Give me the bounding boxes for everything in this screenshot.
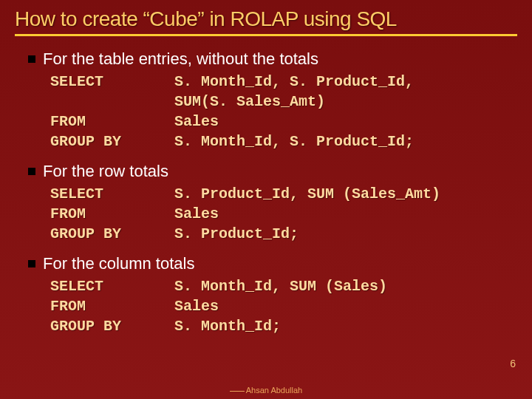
bullet-heading-3: For the column totals [28,254,517,273]
section-1: For the table entries, without the total… [28,50,517,151]
code-block-3: SELECT S. Month_Id, SUM (Sales) FROM Sal… [50,276,517,336]
section-3: For the column totals SELECT S. Month_Id… [28,254,517,336]
bullet-heading-1: For the table entries, without the total… [28,50,517,69]
heading-text-3: For the column totals [43,254,194,273]
author-name: Ahsan Abdullah [246,386,302,395]
page-number: 6 [510,358,516,369]
footer-author: Ahsan Abdullah [0,386,532,395]
square-bullet-icon [28,55,35,63]
bullet-heading-2: For the row totals [28,162,517,181]
square-bullet-icon [28,168,35,175]
code-block-1: SELECT S. Month_Id, S. Product_Id, SUM(S… [50,72,517,151]
heading-text-2: For the row totals [43,162,168,181]
slide-title: How to create “Cube” in ROLAP using SQL [15,7,517,31]
footer-line-icon [230,391,245,392]
heading-text-1: For the table entries, without the total… [43,50,318,69]
code-block-2: SELECT S. Product_Id, SUM (Sales_Amt) FR… [50,184,517,244]
square-bullet-icon [28,260,35,267]
title-underline [15,34,517,36]
section-2: For the row totals SELECT S. Product_Id,… [28,162,517,244]
slide: How to create “Cube” in ROLAP using SQL … [0,0,532,399]
